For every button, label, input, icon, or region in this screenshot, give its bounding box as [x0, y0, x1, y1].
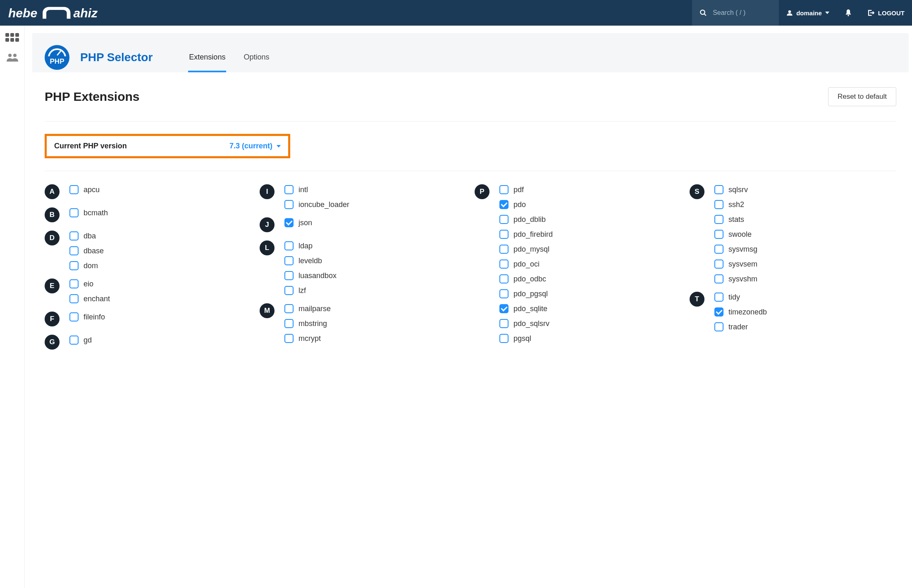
checkbox[interactable]	[499, 245, 509, 254]
checkbox[interactable]	[284, 218, 294, 227]
ext-item-json[interactable]: json	[284, 218, 466, 227]
ext-item-pdf[interactable]: pdf	[499, 185, 681, 194]
ext-item-pdo_mysql[interactable]: pdo_mysql	[499, 245, 681, 254]
ext-label: dba	[84, 232, 96, 240]
ext-item-sysvsem[interactable]: sysvsem	[714, 259, 896, 269]
checkbox[interactable]	[499, 200, 509, 209]
ext-item-lzf[interactable]: lzf	[284, 286, 466, 295]
checkbox[interactable]	[714, 259, 723, 269]
search-input[interactable]	[713, 9, 766, 17]
checkbox[interactable]	[69, 246, 79, 255]
ext-item-dom[interactable]: dom	[69, 261, 251, 270]
ext-item-dbase[interactable]: dbase	[69, 246, 251, 255]
checkbox[interactable]	[714, 307, 723, 317]
reset-button[interactable]: Reset to default	[828, 87, 896, 106]
checkbox[interactable]	[499, 304, 509, 313]
ext-item-mbstring[interactable]: mbstring	[284, 319, 466, 328]
checkbox[interactable]	[284, 200, 294, 209]
checkbox[interactable]	[284, 256, 294, 265]
ext-item-enchant[interactable]: enchant	[69, 294, 251, 303]
ext-item-sqlsrv[interactable]: sqlsrv	[714, 185, 896, 194]
ext-item-eio[interactable]: eio	[69, 279, 251, 288]
checkbox[interactable]	[284, 271, 294, 280]
checkbox[interactable]	[499, 259, 509, 269]
ext-item-bcmath[interactable]: bcmath	[69, 208, 251, 217]
checkbox[interactable]	[499, 274, 509, 283]
checkbox[interactable]	[69, 261, 79, 270]
ext-item-luasandbox[interactable]: luasandbox	[284, 271, 466, 280]
checkbox[interactable]	[714, 215, 723, 224]
ext-item-sysvmsg[interactable]: sysvmsg	[714, 245, 896, 254]
logo-svg: hebe ahiz	[8, 5, 103, 21]
ext-item-pgsql[interactable]: pgsql	[499, 334, 681, 343]
checkbox[interactable]	[714, 230, 723, 239]
version-label: Current PHP version	[54, 142, 127, 150]
checkbox[interactable]	[69, 312, 79, 321]
letter-section-b: Bbcmath	[45, 207, 251, 222]
checkbox[interactable]	[714, 245, 723, 254]
apps-grid-icon[interactable]	[5, 33, 19, 42]
ext-item-fileinfo[interactable]: fileinfo	[69, 312, 251, 321]
checkbox[interactable]	[69, 231, 79, 240]
checkbox[interactable]	[499, 230, 509, 239]
checkbox[interactable]	[284, 286, 294, 295]
ext-item-mailparse[interactable]: mailparse	[284, 304, 466, 313]
checkbox[interactable]	[714, 200, 723, 209]
ext-item-pdo_firebird[interactable]: pdo_firebird	[499, 230, 681, 239]
ext-item-mcrypt[interactable]: mcrypt	[284, 334, 466, 343]
notifications-button[interactable]	[837, 0, 860, 26]
ext-item-ssh2[interactable]: ssh2	[714, 200, 896, 209]
ext-item-gd[interactable]: gd	[69, 336, 251, 345]
checkbox[interactable]	[69, 185, 79, 194]
ext-item-pdo_odbc[interactable]: pdo_odbc	[499, 274, 681, 283]
ext-item-ioncube_loader[interactable]: ioncube_loader	[284, 200, 466, 209]
ext-item-trader[interactable]: trader	[714, 322, 896, 331]
ext-item-leveldb[interactable]: leveldb	[284, 256, 466, 265]
checkbox[interactable]	[69, 336, 79, 345]
checkbox[interactable]	[714, 274, 723, 283]
ext-item-apcu[interactable]: apcu	[69, 185, 251, 194]
checkbox[interactable]	[499, 289, 509, 298]
checkbox[interactable]	[499, 334, 509, 343]
users-icon[interactable]	[6, 52, 19, 65]
ext-item-sysvshm[interactable]: sysvshm	[714, 274, 896, 283]
ext-item-pdo_dblib[interactable]: pdo_dblib	[499, 215, 681, 224]
ext-item-swoole[interactable]: swoole	[714, 230, 896, 239]
checkbox[interactable]	[714, 293, 723, 302]
checkbox[interactable]	[714, 185, 723, 194]
checkbox[interactable]	[69, 208, 79, 217]
module-title: PHP Selector	[80, 51, 153, 64]
ext-item-dba[interactable]: dba	[69, 231, 251, 240]
checkbox[interactable]	[69, 294, 79, 303]
ext-item-pdo_sqlsrv[interactable]: pdo_sqlsrv	[499, 319, 681, 328]
checkbox[interactable]	[284, 319, 294, 328]
ext-item-timezonedb[interactable]: timezonedb	[714, 307, 896, 317]
checkbox[interactable]	[69, 279, 79, 288]
checkbox[interactable]	[499, 215, 509, 224]
brand-logo[interactable]: hebe ahiz	[0, 0, 112, 26]
user-menu[interactable]: domaine	[779, 0, 837, 26]
checkbox[interactable]	[284, 185, 294, 194]
checkbox[interactable]	[499, 319, 509, 328]
checkbox[interactable]	[284, 304, 294, 313]
tab-options[interactable]: Options	[243, 42, 270, 72]
checkbox[interactable]	[499, 185, 509, 194]
logout-button[interactable]: LOGOUT	[860, 0, 912, 26]
ext-item-pdo[interactable]: pdo	[499, 200, 681, 209]
ext-item-intl[interactable]: intl	[284, 185, 466, 194]
checkbox[interactable]	[284, 334, 294, 343]
ext-item-tidy[interactable]: tidy	[714, 293, 896, 302]
ext-item-pdo_pgsql[interactable]: pdo_pgsql	[499, 289, 681, 298]
ext-item-pdo_oci[interactable]: pdo_oci	[499, 259, 681, 269]
letter-section-t: Ttidytimezonedbtrader	[690, 291, 896, 331]
version-dropdown[interactable]: 7.3 (current)	[229, 142, 281, 150]
ext-item-pdo_sqlite[interactable]: pdo_sqlite	[499, 304, 681, 313]
tab-extensions[interactable]: Extensions	[188, 42, 226, 72]
ext-label: apcu	[84, 186, 100, 194]
ext-item-stats[interactable]: stats	[714, 215, 896, 224]
ext-item-ldap[interactable]: ldap	[284, 241, 466, 250]
checkbox[interactable]	[284, 241, 294, 250]
checkbox[interactable]	[714, 322, 723, 331]
search-box[interactable]	[692, 0, 779, 26]
ext-items: eioenchant	[69, 278, 251, 303]
